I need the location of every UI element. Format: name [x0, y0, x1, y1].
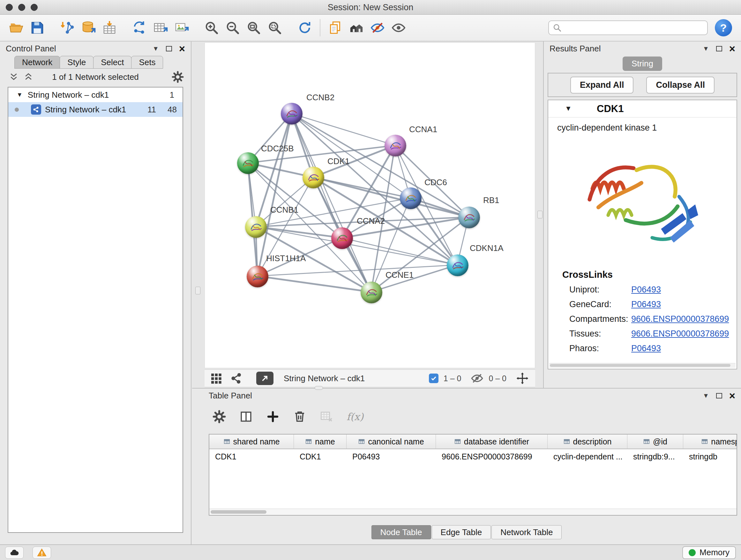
- float-panel-icon[interactable]: [166, 46, 172, 51]
- show-all-panels-button[interactable]: [346, 17, 367, 39]
- close-panel-icon[interactable]: ×: [179, 44, 185, 54]
- network-node-CCNB1[interactable]: [245, 216, 267, 238]
- tab-style[interactable]: Style: [60, 56, 93, 69]
- zoom-fit-button[interactable]: [243, 17, 264, 39]
- table-options-button[interactable]: [212, 410, 226, 423]
- panel-menu-icon[interactable]: ▼: [152, 45, 159, 52]
- column-header-database-identifier[interactable]: database identifier: [436, 435, 548, 449]
- table-cell[interactable]: P06493: [347, 449, 436, 463]
- crosslink-link-pharos[interactable]: P06493: [631, 344, 661, 354]
- table-cell[interactable]: 9606.ENSP00000378699: [436, 449, 548, 463]
- close-window-button[interactable]: [6, 4, 13, 11]
- network-node-CCNB2[interactable]: [281, 103, 302, 125]
- network-edge-CCNB2-RB1[interactable]: [291, 114, 468, 217]
- new-network-button[interactable]: [129, 17, 150, 39]
- show-panel-button[interactable]: [388, 17, 409, 39]
- expand-all-button[interactable]: Expand All: [570, 77, 634, 94]
- collapse-all-button[interactable]: Collapse All: [646, 77, 715, 94]
- network-node-CCNA1[interactable]: [385, 135, 406, 157]
- network-edge-CCNA2-CDKN1A[interactable]: [342, 238, 457, 265]
- column-header-description[interactable]: description: [548, 435, 627, 449]
- open-session-button[interactable]: [6, 17, 27, 39]
- network-collection-row[interactable]: ▼ String Network – cdk1 1: [8, 87, 183, 102]
- zoom-selected-button[interactable]: [264, 17, 285, 39]
- expand-all-icon[interactable]: [23, 72, 33, 81]
- tab-select[interactable]: Select: [93, 56, 131, 69]
- tab-node-table[interactable]: Node Table: [372, 525, 431, 539]
- add-column-button[interactable]: [266, 410, 280, 423]
- column-header-canonical-name[interactable]: canonical name: [347, 435, 436, 449]
- open-in-browser-button[interactable]: [256, 372, 273, 385]
- column-header-namespac[interactable]: namespac: [683, 435, 737, 449]
- zoom-window-button[interactable]: [30, 4, 38, 11]
- tab-edge-table[interactable]: Edge Table: [432, 525, 491, 539]
- bottom-splitter-handle[interactable]: [315, 386, 323, 390]
- collection-expand-icon[interactable]: ▼: [17, 91, 23, 98]
- title-bar[interactable]: Session: New Session: [0, 0, 741, 15]
- help-button[interactable]: ?: [715, 19, 732, 37]
- selected-checkbox[interactable]: [429, 374, 439, 383]
- network-edge-CCNB2-HIST1H1A[interactable]: [258, 114, 292, 276]
- network-edge-RB1-CCNE1[interactable]: [371, 217, 468, 292]
- table-horizontal-scrollbar[interactable]: [209, 509, 737, 515]
- close-panel-icon[interactable]: ×: [729, 390, 735, 401]
- table-cell[interactable]: cyclin-dependent ...: [548, 449, 627, 463]
- search-box[interactable]: [548, 20, 708, 35]
- tab-sets[interactable]: Sets: [131, 56, 163, 69]
- delete-column-button[interactable]: [293, 410, 307, 423]
- scrollbar-thumb[interactable]: [211, 510, 266, 514]
- import-network-file-button[interactable]: [57, 17, 78, 39]
- close-panel-icon[interactable]: ×: [729, 44, 735, 54]
- table-cell[interactable]: stringdb: [683, 449, 737, 463]
- refresh-layout-button[interactable]: [294, 17, 315, 39]
- right-splitter-handle[interactable]: [537, 211, 542, 219]
- cloud-status-button[interactable]: [5, 547, 23, 559]
- network-overview-button[interactable]: [230, 372, 243, 385]
- warnings-button[interactable]: [32, 547, 51, 559]
- new-table-button[interactable]: [150, 17, 171, 39]
- network-edge-HIST1H1A-CCNE1[interactable]: [258, 276, 371, 292]
- panel-menu-icon[interactable]: ▼: [703, 392, 709, 399]
- network-edge-CCNB2-CCNA1[interactable]: [291, 114, 395, 145]
- crosslink-link-compartments[interactable]: 9606.ENSP00000378699: [631, 314, 729, 324]
- hide-panel-button[interactable]: [367, 17, 388, 39]
- network-row-selected[interactable]: String Network – cdk1 11 48: [8, 102, 183, 117]
- table-row[interactable]: CDK1CDK1P064939606.ENSP00000378699cyclin…: [209, 449, 737, 463]
- import-network-database-button[interactable]: [78, 17, 99, 39]
- protein-structure-image[interactable]: [579, 142, 706, 259]
- crosslink-link-genecard[interactable]: P06493: [631, 300, 661, 309]
- search-input[interactable]: [564, 21, 703, 34]
- collapse-all-icon[interactable]: [9, 72, 18, 81]
- export-image-button[interactable]: [171, 17, 192, 39]
- column-header-shared-name[interactable]: shared name: [209, 435, 294, 449]
- protein-header[interactable]: ▼ CDK1: [548, 100, 737, 118]
- network-node-RB1[interactable]: [458, 206, 480, 228]
- zoom-in-button[interactable]: [201, 17, 222, 39]
- float-panel-icon[interactable]: [716, 393, 722, 398]
- function-builder-button[interactable]: f(x): [347, 411, 363, 422]
- tab-network[interactable]: Network: [14, 56, 60, 69]
- network-node-HIST1H1A[interactable]: [247, 266, 268, 287]
- grid-view-button[interactable]: [210, 372, 222, 385]
- fit-selected-button[interactable]: [516, 372, 529, 385]
- column-header-id[interactable]: @id: [627, 435, 683, 449]
- panel-menu-icon[interactable]: ▼: [703, 45, 709, 52]
- zoom-out-button[interactable]: [222, 17, 243, 39]
- minimize-window-button[interactable]: [18, 4, 25, 11]
- crosslink-link-tissues[interactable]: 9606.ENSP00000378699: [631, 329, 729, 339]
- network-node-CCNE1[interactable]: [360, 282, 382, 303]
- network-node-CDK1[interactable]: [302, 167, 324, 188]
- show-columns-button[interactable]: [239, 410, 253, 423]
- network-node-CDC25B[interactable]: [237, 152, 259, 174]
- left-splitter-handle[interactable]: [195, 287, 200, 294]
- network-node-CDKN1A[interactable]: [447, 254, 468, 276]
- network-edge-CCNB2-CCNE1[interactable]: [291, 114, 371, 292]
- hidden-elements-button[interactable]: [471, 372, 483, 385]
- results-horizontal-scrollbar[interactable]: [549, 363, 736, 368]
- memory-button[interactable]: Memory: [682, 546, 736, 559]
- network-node-CDC6[interactable]: [400, 187, 421, 209]
- copy-document-button[interactable]: [325, 17, 346, 39]
- crosslink-link-uniprot[interactable]: P06493: [631, 285, 661, 295]
- network-canvas[interactable]: CCNB2CCNA1CDC25BCDK1CDC6RB1CCNB1CCNA2CDK…: [205, 43, 535, 368]
- collapse-protein-icon[interactable]: ▼: [565, 105, 572, 113]
